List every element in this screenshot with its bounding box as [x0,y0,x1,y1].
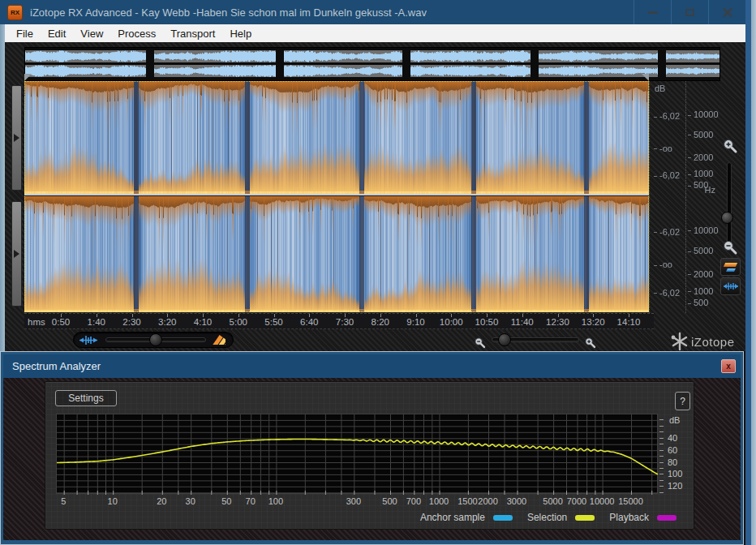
hz-tick-label: 2000 [688,153,713,161]
analyzer-close-button[interactable]: x [721,359,736,373]
overview-waveform[interactable] [24,47,720,81]
channel-1-handle[interactable] [11,85,22,191]
db-tick-label: -6,02 [654,112,680,120]
menu-item-edit[interactable]: Edit [41,26,73,41]
freq-tick-label: 5000 [543,496,562,506]
zoom-out-icon [722,239,739,256]
db-axis-tick-label: 60 [668,445,677,455]
legend-swatch-selection [575,515,595,521]
time-tick-label: 9:10 [406,317,424,327]
menubar: FileEditViewProcessTransportHelp [5,24,745,42]
selection-end-marker[interactable] [642,74,649,81]
time-tick-mark [416,314,417,317]
fit-selection-button[interactable] [720,277,741,295]
freq-tick-label: 2000 [478,496,497,506]
waveform-layer-icon [726,268,736,272]
freq-tick-label: 1500 [457,496,477,506]
analyzer-body: Settings ? dB406080100120 51020305070100… [3,378,741,540]
freq-tick-label: 700 [406,496,421,506]
channel-2-handle[interactable] [11,201,22,307]
spectrum-legend: Anchor sampleSelectionPlayback [420,511,683,524]
izotope-logo-text: iZotope [691,335,735,349]
menu-item-help[interactable]: Help [222,26,259,41]
titlebar[interactable]: RX iZotope RX Advanced - Kay Webb -Haben… [0,0,745,24]
db-axis-tick-mark [659,480,664,481]
db-axis-tick-label: 80 [668,457,677,467]
zoom-out-time-button[interactable] [474,337,487,350]
time-tick-mark [132,314,133,317]
freq-tick-label: 1000 [429,496,449,506]
zoom-out-button[interactable] [722,239,739,260]
db-axis-tick-mark [659,486,664,487]
window-scrollbar-edge[interactable] [751,0,756,545]
maximize-button[interactable] [671,0,708,24]
zoom-in-time-button[interactable] [584,337,597,350]
menu-item-file[interactable]: File [9,26,41,41]
minimize-button[interactable] [634,0,671,24]
time-tick-mark [97,314,97,317]
time-tick-mark [203,314,204,317]
legend-swatch-anchor-sample [493,515,513,521]
time-tick-label: 10:50 [475,317,499,327]
db-axis-tick-mark [659,462,664,463]
freq-tick-label: 3000 [507,496,526,506]
analyzer-close-glyph: x [726,363,731,371]
db-axis-tick-mark [659,431,664,432]
time-ruler[interactable]: hms 0:501:402:303:204:105:005:506:407:30… [24,313,654,329]
menu-item-transport[interactable]: Transport [163,26,222,41]
scale-block-channel-1[interactable]: dB-6,02-oo-6,0210000500020001000500Hz [649,81,719,195]
close-icon [723,7,732,17]
maximize-icon [685,9,694,16]
freq-tick-label: 10000 [590,496,615,506]
hz-tick-label: 5000 [688,131,713,139]
spectrum-analyzer-window: Spectrum Analyzer x Settings ? dB4060801… [0,351,744,545]
time-tick-label: 3:20 [158,317,176,327]
spectrum-plot [56,414,658,494]
time-tick-label: 12:30 [546,317,569,327]
time-tick-label: 14:10 [617,317,641,327]
minimize-icon [648,11,658,14]
time-tick-label: 2:30 [122,317,140,327]
rx-app-icon-label: RX [11,9,19,16]
rx-app-icon: RX [7,5,23,20]
menu-item-view[interactable]: View [73,26,110,41]
frequency-amplitude-scales[interactable]: dB-6,02-oo-6,0210000500020001000500Hz-6,… [649,42,719,313]
spectrogram-view-button[interactable] [720,258,741,276]
freq-tick-label: 100 [268,496,283,506]
help-button[interactable]: ? [675,392,690,410]
waveform-icon[interactable] [79,335,97,345]
analyzer-titlebar[interactable]: Spectrum Analyzer x [3,354,741,378]
time-tick-mark [167,314,168,317]
time-tick-mark [451,314,452,317]
freq-tick-label: 50 [221,496,231,506]
freq-tick-label: 30 [186,496,195,506]
time-tick-label: 11:40 [511,317,534,327]
waveform-fit-icon [724,281,738,291]
window-controls [634,0,745,24]
time-tick-label: 13:20 [582,317,605,327]
close-button[interactable] [708,0,745,24]
blend-slider-knob[interactable] [149,333,162,346]
freq-tick-label: 7000 [567,496,586,506]
db-axis: dB406080100120 [659,414,695,503]
time-tick-mark [629,314,629,317]
editor-content: dB-6,02-oo-6,0210000500020001000500Hz-6,… [5,42,745,351]
zoom-in-button[interactable] [722,138,739,158]
time-zoom-knob[interactable] [498,333,511,346]
selection-start-marker[interactable] [24,74,32,81]
settings-button[interactable]: Settings [55,390,117,406]
bottom-toolbar: iZotope [5,329,745,351]
freq-tick-label: 15000 [618,496,643,506]
menu-item-process[interactable]: Process [110,26,163,41]
hz-scale-column: 10000500020001000500 [685,196,719,313]
window-frame-right [745,0,751,545]
freq-tick-label: 500 [382,496,397,506]
spectrogram[interactable] [24,81,649,312]
spectrogram-icon[interactable] [213,335,226,345]
vertical-zoom-knob[interactable] [721,212,733,224]
scale-block-channel-2[interactable]: -6,02-oo-6,0210000500020001000500 [649,196,719,313]
db-axis-tick-mark [659,474,664,474]
right-controls [719,42,745,313]
vertical-zoom-slider[interactable] [727,162,732,243]
time-tick-label: 8:20 [372,317,389,327]
